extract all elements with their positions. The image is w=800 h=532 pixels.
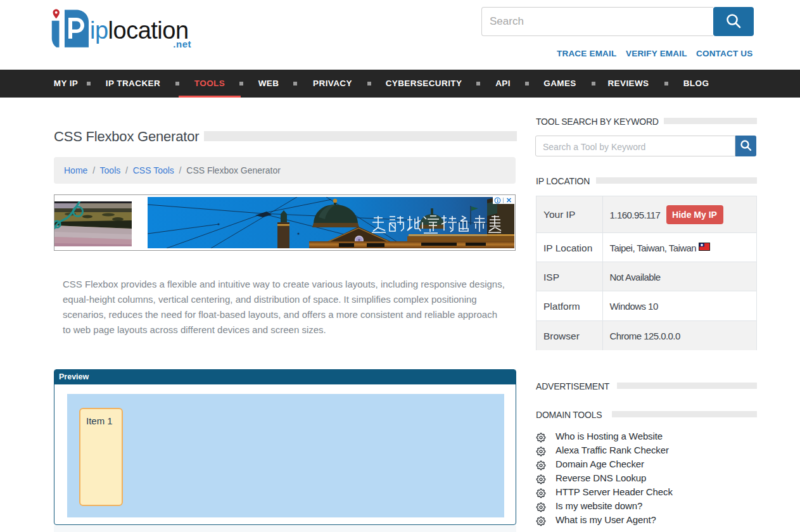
svg-text:.net: .net [173,39,191,49]
